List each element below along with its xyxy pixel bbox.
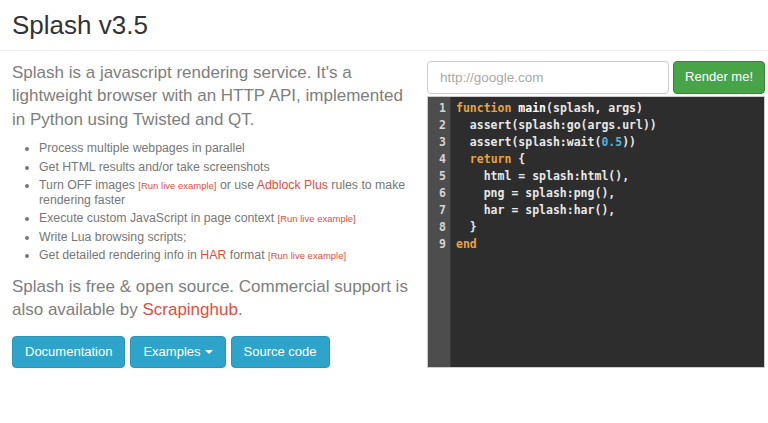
line-number: 5 [431,168,446,185]
feature-list-item: Get detailed rendering info in HAR forma… [39,248,415,263]
inline-link[interactable]: HAR [200,248,226,262]
text-span: Process multiple webpages in parallel [39,141,245,155]
run-live-example-link[interactable]: [Run live example] [268,250,346,261]
run-live-example-link[interactable]: [Run live example] [138,180,216,191]
feature-list-item: Process multiple webpages in parallel [39,141,415,156]
render-button-label: Render me! [685,69,753,84]
examples-button-label: Examples [143,344,200,359]
line-number: 1 [431,100,446,117]
intro-lead: Splash is a javascript rendering service… [12,61,415,131]
code-token-num: 0.5 [601,135,622,149]
header-divider [0,50,768,51]
line-number: 4 [431,151,446,168]
code-token-pl: png = splash:png(), [456,186,615,200]
documentation-button[interactable]: Documentation [12,336,125,368]
examples-dropdown-button[interactable]: Examples [130,336,225,368]
text-span: Write Lua browsing scripts; [39,230,186,244]
run-live-example-link[interactable]: [Run live example] [278,213,356,224]
text-span: Get detailed rendering info in [39,248,200,262]
code-line[interactable]: function main(splash, args) [456,100,764,117]
code-line[interactable]: png = splash:png(), [456,185,764,202]
code-line[interactable]: assert(splash:go(args.url)) [456,117,764,134]
code-line[interactable]: end [456,236,764,253]
line-number: 3 [431,134,446,151]
source-code-button[interactable]: Source code [231,336,330,368]
editor-code-area[interactable]: function main(splash, args) assert(splas… [451,97,764,367]
open-source-lead: Splash is free & open source. Commercial… [12,275,415,322]
text-span: or use [216,178,256,192]
line-number: 9 [431,236,446,253]
code-line[interactable]: html = splash:html(), [456,168,764,185]
inline-link[interactable]: Adblock Plus [257,178,328,192]
render-button[interactable]: Render me! [673,61,765,94]
code-token-pl: html = splash:html(), [456,169,629,183]
line-number: 2 [431,117,446,134]
line-number: 8 [431,219,446,236]
feature-list-item: Execute custom JavaScript in page contex… [39,211,415,226]
text-span: Execute custom JavaScript in page contex… [39,211,278,225]
splash-landing-page: Splash v3.5 Splash is a javascript rende… [0,10,768,368]
text-span: Get HTML results and/or take screenshots [39,160,270,174]
render-column: Render me! 123456789 function main(splas… [427,61,765,368]
feature-list-item: Write Lua browsing scripts; [39,230,415,245]
code-token-pl: har = splash:har(), [456,203,615,217]
code-token-pl: )) [622,135,636,149]
page-title: Splash v3.5 [12,10,765,41]
code-token-pl: assert(splash:go(args.url)) [456,118,657,132]
intro-column: Splash is a javascript rendering service… [12,61,415,368]
render-form: Render me! [427,61,765,94]
feature-list: Process multiple webpages in parallelGet… [12,141,415,263]
editor-line-number-gutter: 123456789 [428,97,451,367]
text-span: . [238,300,243,319]
inline-link[interactable]: Scrapinghub [142,300,237,319]
text-span: Turn OFF images [39,178,138,192]
line-number: 7 [431,202,446,219]
code-line[interactable]: assert(splash:wait(0.5)) [456,134,764,151]
lua-code-editor[interactable]: 123456789 function main(splash, args) as… [427,96,765,368]
code-token-pl: } [456,220,477,234]
code-token-kw: function [456,101,511,115]
text-span: format [226,248,268,262]
code-token-kw: end [456,237,477,251]
feature-list-item: Get HTML results and/or take screenshots [39,160,415,175]
code-token-pl: (splash, args) [546,101,643,115]
code-line[interactable]: har = splash:har(), [456,202,764,219]
main-columns: Splash is a javascript rendering service… [12,61,765,368]
code-token-fn: main [518,101,546,115]
caret-down-icon [205,350,213,354]
code-token-pl: assert(splash:wait( [456,135,601,149]
url-input[interactable] [427,61,669,94]
code-token-kw: return [470,152,512,166]
feature-list-item: Turn OFF images [Run live example] or us… [39,178,415,208]
code-token-pl: { [511,152,525,166]
line-number: 6 [431,185,446,202]
documentation-button-label: Documentation [25,344,112,359]
code-token-pl [456,152,470,166]
code-line[interactable]: return { [456,151,764,168]
action-buttons: Documentation Examples Source code [12,336,415,368]
source-code-button-label: Source code [244,344,317,359]
code-line[interactable]: } [456,219,764,236]
